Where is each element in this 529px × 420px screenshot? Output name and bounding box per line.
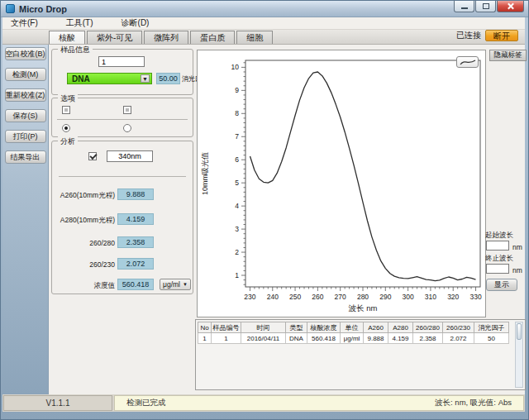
measure-button[interactable]: 检测(M) bbox=[5, 68, 46, 81]
col-260-280[interactable]: 260/280 bbox=[413, 322, 443, 333]
end-wavelength-label: 终止波长 bbox=[485, 254, 513, 264]
sample-type-select[interactable]: DNA ▼ bbox=[67, 73, 152, 84]
app-window: Micro Drop 文件(F) 工具(T) 诊断(D) 核酸 紫外-可见 微阵… bbox=[0, 0, 529, 420]
col-type[interactable]: 类型 bbox=[286, 322, 307, 333]
wavelength-checkbox[interactable] bbox=[88, 152, 97, 160]
end-wavelength-input[interactable] bbox=[486, 264, 509, 274]
chevron-down-icon: ▼ bbox=[183, 282, 188, 287]
hide-labels-button[interactable]: 隐藏标签 bbox=[489, 50, 527, 61]
a260-field: 9.888 bbox=[117, 189, 154, 200]
option-radio-1[interactable] bbox=[62, 124, 70, 132]
start-wavelength-input[interactable] bbox=[486, 241, 509, 251]
options-title: 选项 bbox=[58, 93, 78, 104]
tab-uv-vis[interactable]: 紫外-可见 bbox=[87, 31, 142, 44]
svg-text:280: 280 bbox=[357, 293, 369, 301]
print-button[interactable]: 打印(P) bbox=[5, 130, 46, 143]
table-scrollbar[interactable] bbox=[515, 322, 523, 388]
cell-extinction: 50 bbox=[474, 333, 509, 344]
col-concentration[interactable]: 核酸浓度 bbox=[307, 322, 341, 333]
col-time[interactable]: 时间 bbox=[241, 322, 286, 333]
cell-260-230: 2.072 bbox=[443, 333, 474, 344]
concentration-field: 560.418 bbox=[117, 279, 154, 290]
maximize-button[interactable] bbox=[475, 1, 496, 12]
tab-nucleic-acid[interactable]: 核酸 bbox=[49, 31, 85, 44]
start-wavelength-label: 起始波长 bbox=[485, 231, 513, 241]
menu-diagnostics[interactable]: 诊断(D) bbox=[120, 17, 151, 29]
cell-no: 1 bbox=[198, 333, 212, 344]
sample-id-input[interactable] bbox=[98, 56, 145, 67]
cell-a280: 4.159 bbox=[388, 333, 413, 344]
option-checkbox-2[interactable] bbox=[123, 106, 131, 114]
extinction-factor-field: 50.00 bbox=[156, 73, 180, 84]
status-bar: V1.1.1 检测已完成 波长: nm, 吸光值: Abs bbox=[2, 394, 525, 412]
spectrum-chart-panel: 1234567891023024025026027028029030031032… bbox=[197, 50, 486, 317]
cell-time: 2016/04/11 bbox=[241, 333, 286, 344]
window-controls bbox=[453, 1, 524, 12]
table-header-row: No 样品编号 时间 类型 核酸浓度 单位 A260 A280 260/280 … bbox=[198, 322, 509, 333]
svg-text:5: 5 bbox=[235, 179, 239, 187]
connection-area: 已连接 断开 bbox=[456, 30, 518, 41]
svg-text:9: 9 bbox=[235, 86, 239, 94]
tab-strip: 核酸 紫外-可见 微阵列 蛋白质 细胞 已连接 断开 bbox=[2, 30, 525, 45]
menu-tools[interactable]: 工具(T) bbox=[64, 17, 95, 29]
options-divider bbox=[57, 119, 188, 120]
title-bar: Micro Drop bbox=[1, 1, 528, 17]
tab-cell[interactable]: 细胞 bbox=[236, 31, 273, 44]
disconnect-button[interactable]: 断开 bbox=[485, 30, 518, 41]
maximize-icon bbox=[483, 3, 489, 9]
recalibrate-button[interactable]: 重新校准(Z) bbox=[5, 88, 46, 102]
save-button[interactable]: 保存(S) bbox=[5, 109, 46, 122]
ratio-260-280-field: 2.358 bbox=[117, 236, 154, 248]
cell-type: DNA bbox=[286, 333, 307, 344]
results-table: No 样品编号 时间 类型 核酸浓度 单位 A260 A280 260/280 … bbox=[198, 322, 509, 344]
analysis-group: 分析 A260(10mm光程) 9.888 A280(10mm光程) 4.159… bbox=[51, 141, 193, 294]
unit-select[interactable]: μg/ml ▼ bbox=[160, 279, 191, 290]
sample-info-group: 样品信息 DNA ▼ 50.00 消光因子 bbox=[51, 49, 193, 95]
version-label: V1.1.1 bbox=[3, 395, 112, 411]
table-row[interactable]: 1 1 2016/04/11 DNA 560.418 μg/ml 9.888 4… bbox=[198, 333, 509, 344]
show-button[interactable]: 显示 bbox=[486, 279, 517, 291]
svg-text:6: 6 bbox=[235, 155, 239, 164]
svg-text:260: 260 bbox=[312, 293, 323, 301]
main-content: 样品信息 DNA ▼ 50.00 消光因子 选项 分析 A260(10mm光程) bbox=[49, 45, 525, 394]
svg-text:10mm吸光值: 10mm吸光值 bbox=[201, 152, 209, 195]
menu-file[interactable]: 文件(F) bbox=[9, 17, 40, 29]
svg-text:10: 10 bbox=[231, 63, 240, 71]
svg-text:波长 nm: 波长 nm bbox=[349, 303, 378, 313]
chart-legend[interactable] bbox=[456, 56, 479, 68]
col-a280[interactable]: A280 bbox=[388, 322, 413, 333]
close-button[interactable] bbox=[497, 1, 524, 12]
options-group: 选项 bbox=[51, 98, 193, 137]
legend-curve-icon bbox=[460, 59, 476, 66]
wavelength-input[interactable] bbox=[107, 150, 153, 162]
svg-text:320: 320 bbox=[447, 293, 459, 301]
option-checkbox-1[interactable] bbox=[62, 106, 70, 114]
cell-260-280: 2.358 bbox=[413, 333, 443, 344]
status-readout: 波长: nm, 吸光值: Abs bbox=[435, 398, 512, 408]
minimize-icon bbox=[461, 7, 468, 9]
svg-text:4: 4 bbox=[235, 202, 239, 210]
blank-calibration-button[interactable]: 空白校准(B) bbox=[5, 47, 46, 60]
minimize-button[interactable] bbox=[454, 1, 474, 12]
svg-text:3: 3 bbox=[235, 225, 239, 233]
ratio-260-230-label: 260/230 bbox=[52, 260, 115, 269]
tab-protein[interactable]: 蛋白质 bbox=[190, 31, 235, 44]
col-no[interactable]: No bbox=[198, 322, 212, 333]
option-radio-2[interactable] bbox=[123, 124, 131, 132]
export-results-button[interactable]: 结果导出 bbox=[5, 150, 46, 164]
spectrum-chart: 1234567891023024025026027028029030031032… bbox=[198, 50, 485, 317]
col-unit[interactable]: 单位 bbox=[341, 322, 364, 333]
col-extinction[interactable]: 消光因子 bbox=[474, 322, 509, 333]
svg-text:300: 300 bbox=[403, 293, 414, 301]
tab-microarray[interactable]: 微阵列 bbox=[144, 31, 188, 44]
window-title: Micro Drop bbox=[19, 4, 67, 14]
connection-status-label: 已连接 bbox=[456, 30, 481, 41]
analysis-title: 分析 bbox=[58, 136, 78, 147]
col-sample-id[interactable]: 样品编号 bbox=[212, 322, 241, 333]
results-table-panel: No 样品编号 时间 类型 核酸浓度 单位 A260 A280 260/280 … bbox=[195, 319, 526, 390]
col-a260[interactable]: A260 bbox=[364, 322, 388, 333]
status-strip: 检测已完成 波长: nm, 吸光值: Abs bbox=[114, 395, 524, 411]
col-260-230[interactable]: 260/230 bbox=[443, 322, 474, 333]
cell-sample-id: 1 bbox=[212, 333, 241, 344]
svg-text:270: 270 bbox=[335, 293, 346, 301]
